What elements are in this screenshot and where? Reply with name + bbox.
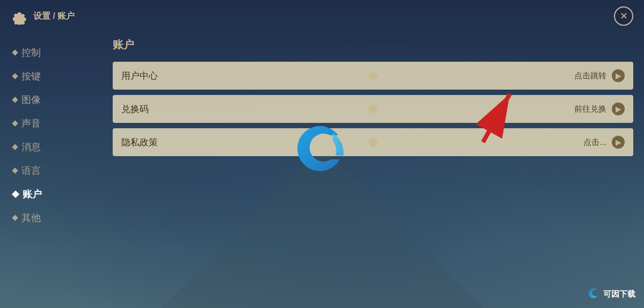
watermark-text: 可因下载 <box>603 289 635 299</box>
main-content: 账户 用户中心 点击跳转 ▶ 兑换码 前往兑换 ▶ 隐私政策 <box>113 38 633 303</box>
diamond-icon <box>12 190 19 198</box>
sidebar-item-image[interactable]: 图像 <box>11 90 97 109</box>
section-title: 账户 <box>113 38 633 52</box>
gear-icon <box>11 8 28 25</box>
breadcrumb: 设置 / 账户 <box>33 11 75 22</box>
title-bar: 设置 / 账户 ✕ <box>0 0 644 32</box>
privacy-policy-row[interactable]: 隐私政策 点击... ▶ <box>113 128 633 156</box>
sidebar-item-language[interactable]: 语言 <box>11 161 97 180</box>
diamond-icon <box>12 215 18 221</box>
diamond-icon <box>12 144 18 150</box>
edge-logo <box>292 124 352 184</box>
sidebar-label: 消息 <box>21 141 41 153</box>
row-action: 前往兑换 <box>574 104 606 114</box>
sidebar-item-sound[interactable]: 声音 <box>11 114 97 133</box>
sidebar-label: 声音 <box>21 117 41 130</box>
diamond-icon <box>12 97 18 102</box>
row-label: 隐私政策 <box>121 136 164 149</box>
sidebar: 控制 按键 图像 声音 消息 语言 <box>11 38 97 303</box>
sidebar-item-other[interactable]: 其他 <box>11 208 97 228</box>
diamond-icon <box>12 73 18 79</box>
sidebar-label: 控制 <box>21 46 41 59</box>
sidebar-item-control[interactable]: 控制 <box>11 43 97 62</box>
arrow-right-icon: ▶ <box>612 136 625 149</box>
watermark: 可因下载 <box>587 288 635 300</box>
row-right: 点击跳转 ▶ <box>574 69 625 82</box>
exchange-code-row[interactable]: 兑换码 前往兑换 ▶ <box>113 95 633 123</box>
watermark-logo-icon <box>587 288 600 300</box>
row-label: 兑换码 <box>121 103 164 115</box>
sidebar-label: 其他 <box>21 211 41 224</box>
sidebar-item-keys[interactable]: 按键 <box>11 67 97 86</box>
sidebar-item-account[interactable]: 账户 <box>11 185 97 204</box>
arrow-right-icon: ▶ <box>612 69 625 82</box>
row-right: 前往兑换 ▶ <box>574 102 625 115</box>
arrow-right-icon: ▶ <box>612 102 625 115</box>
sidebar-label: 账户 <box>23 188 42 201</box>
row-label: 用户中心 <box>121 70 164 82</box>
diamond-icon <box>12 120 18 126</box>
close-button[interactable]: ✕ <box>614 6 633 26</box>
sidebar-label: 图像 <box>21 93 41 106</box>
row-right: 点击... ▶ <box>583 136 625 149</box>
diamond-icon <box>12 167 18 173</box>
sidebar-label: 语言 <box>21 164 41 177</box>
sidebar-label: 按键 <box>21 70 41 83</box>
sidebar-item-message[interactable]: 消息 <box>11 137 97 157</box>
user-center-row[interactable]: 用户中心 点击跳转 ▶ <box>113 62 633 90</box>
diamond-icon <box>12 49 18 55</box>
row-action: 点击... <box>583 137 606 148</box>
row-action: 点击跳转 <box>574 71 606 81</box>
